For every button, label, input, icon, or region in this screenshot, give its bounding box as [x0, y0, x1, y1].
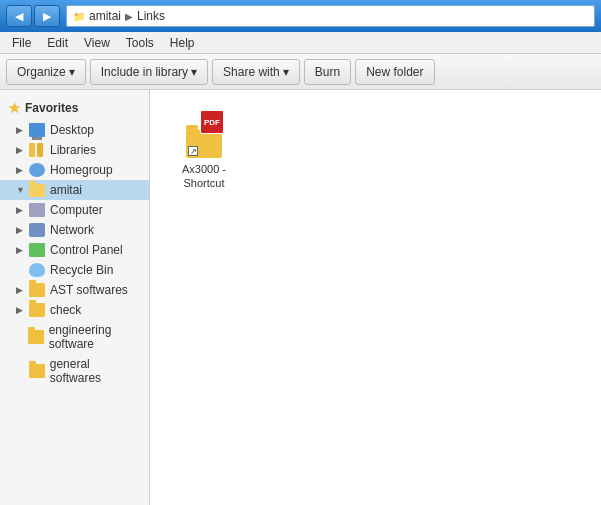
menu-view[interactable]: View [76, 34, 118, 52]
favorites-header: ★ Favorites [0, 96, 149, 120]
sidebar-item-label-control-panel: Control Panel [50, 243, 123, 257]
sidebar: ★ Favorites ▶ Desktop ▶ Libraries ▶ Home… [0, 90, 150, 505]
organize-arrow: ▾ [69, 65, 75, 79]
amitai-folder-icon [29, 184, 45, 197]
engineering-folder-icon [28, 330, 44, 344]
sidebar-item-ast[interactable]: ▶ AST softwares [0, 280, 149, 300]
sidebar-item-label-libraries: Libraries [50, 143, 96, 157]
sidebar-item-label-desktop: Desktop [50, 123, 94, 137]
sidebar-item-control-panel[interactable]: ▶ Control Panel [0, 240, 149, 260]
sidebar-item-libraries[interactable]: ▶ Libraries [0, 140, 149, 160]
desktop-arrow: ▶ [16, 125, 24, 135]
share-with-button[interactable]: Share with ▾ [212, 59, 300, 85]
sidebar-item-network[interactable]: ▶ Network [0, 220, 149, 240]
sidebar-item-label-general: general softwares [50, 357, 141, 385]
computer-icon [29, 203, 45, 217]
sidebar-item-desktop[interactable]: ▶ Desktop [0, 120, 149, 140]
favorites-label: Favorites [25, 101, 78, 115]
sidebar-item-label-check: check [50, 303, 81, 317]
sidebar-item-label-network: Network [50, 223, 94, 237]
include-label: Include in library [101, 65, 188, 79]
address-bar[interactable]: 📁 amitai ▶ Links [66, 5, 595, 27]
check-folder-icon [29, 303, 45, 317]
sidebar-item-label-recycle-bin: Recycle Bin [50, 263, 113, 277]
sidebar-item-recycle-bin[interactable]: Recycle Bin [0, 260, 149, 280]
include-arrow: ▾ [191, 65, 197, 79]
recycle-bin-icon [29, 263, 45, 277]
share-label: Share with [223, 65, 280, 79]
new-folder-label: New folder [366, 65, 423, 79]
burn-button[interactable]: Burn [304, 59, 351, 85]
include-library-button[interactable]: Include in library ▾ [90, 59, 208, 85]
organize-button[interactable]: Organize ▾ [6, 59, 86, 85]
menu-file[interactable]: File [4, 34, 39, 52]
address-icon: 📁 [73, 11, 85, 22]
libraries-arrow: ▶ [16, 145, 24, 155]
ast-folder-icon [29, 283, 45, 297]
homegroup-arrow: ▶ [16, 165, 24, 175]
network-arrow: ▶ [16, 225, 24, 235]
network-icon [29, 223, 45, 237]
burn-label: Burn [315, 65, 340, 79]
menu-help[interactable]: Help [162, 34, 203, 52]
menu-edit[interactable]: Edit [39, 34, 76, 52]
back-button[interactable]: ◀ [6, 5, 32, 27]
sidebar-item-label-engineering: engineering software [49, 323, 141, 351]
libraries-icon [29, 143, 45, 157]
menu-bar: File Edit View Tools Help [0, 32, 601, 54]
control-panel-arrow: ▶ [16, 245, 24, 255]
ast-arrow: ▶ [16, 285, 24, 295]
sidebar-item-engineering[interactable]: engineering software [0, 320, 149, 354]
share-arrow: ▾ [283, 65, 289, 79]
new-folder-button[interactable]: New folder [355, 59, 434, 85]
file-name-ax3000: Ax3000 -Shortcut [182, 162, 226, 191]
sidebar-item-label-ast: AST softwares [50, 283, 128, 297]
pdf-shortcut-icon: PDF ↗ [184, 110, 224, 158]
address-part-1: amitai [89, 9, 121, 23]
organize-label: Organize [17, 65, 66, 79]
control-panel-icon [29, 243, 45, 257]
desktop-icon [29, 123, 45, 137]
sidebar-item-label-amitai: amitai [50, 183, 82, 197]
title-bar: ◀ ▶ 📁 amitai ▶ Links [0, 0, 601, 32]
sidebar-item-homegroup[interactable]: ▶ Homegroup [0, 160, 149, 180]
sidebar-item-amitai[interactable]: ▼ amitai [0, 180, 149, 200]
address-separator-1: ▶ [125, 11, 133, 22]
nav-buttons: ◀ ▶ [6, 5, 60, 27]
address-part-2: Links [137, 9, 165, 23]
sidebar-item-computer[interactable]: ▶ Computer [0, 200, 149, 220]
content-area: PDF ↗ Ax3000 -Shortcut [150, 90, 601, 505]
sidebar-item-general[interactable]: general softwares [0, 354, 149, 388]
amitai-arrow: ▼ [16, 185, 24, 195]
sidebar-item-label-computer: Computer [50, 203, 103, 217]
general-folder-icon [29, 364, 45, 378]
main-layout: ★ Favorites ▶ Desktop ▶ Libraries ▶ Home… [0, 90, 601, 505]
sidebar-item-label-homegroup: Homegroup [50, 163, 113, 177]
sidebar-item-check[interactable]: ▶ check [0, 300, 149, 320]
star-icon: ★ [8, 100, 21, 116]
pdf-badge: PDF [200, 110, 224, 134]
file-item-ax3000[interactable]: PDF ↗ Ax3000 -Shortcut [164, 104, 244, 197]
homegroup-icon [29, 163, 45, 177]
check-arrow: ▶ [16, 305, 24, 315]
toolbar: Organize ▾ Include in library ▾ Share wi… [0, 54, 601, 90]
menu-tools[interactable]: Tools [118, 34, 162, 52]
shortcut-arrow-icon: ↗ [188, 146, 198, 156]
forward-button[interactable]: ▶ [34, 5, 60, 27]
computer-arrow: ▶ [16, 205, 24, 215]
